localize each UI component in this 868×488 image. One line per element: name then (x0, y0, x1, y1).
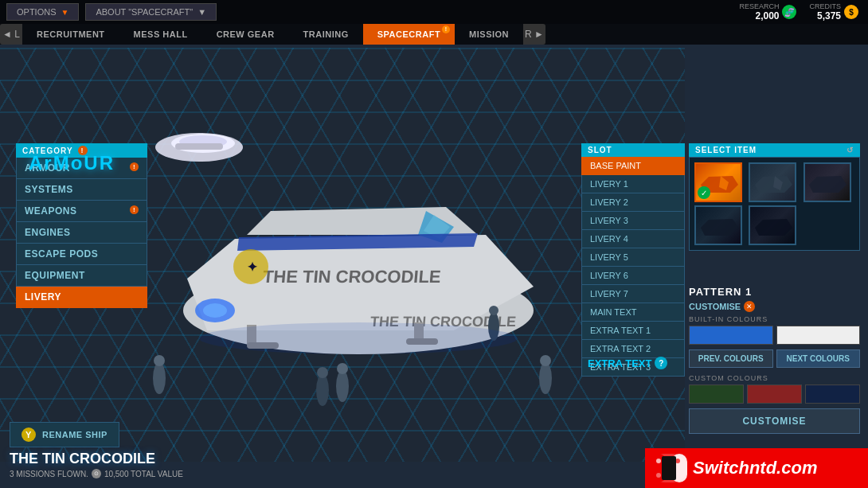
cat-escape-pods[interactable]: ESCAPE PODS (16, 244, 147, 265)
rename-ship-button[interactable]: Y RENAME SHIP (10, 422, 119, 447)
options-button[interactable]: OPTIONS ▼ (6, 3, 79, 21)
slot-base-paint[interactable]: BASE PAINT (581, 157, 685, 175)
customise-big-button[interactable]: CUSTOMISE (689, 408, 860, 434)
svg-point-16 (153, 362, 166, 394)
tab-mess-hall[interactable]: MESS HALL (119, 24, 202, 45)
svg-rect-30 (656, 473, 661, 478)
svg-point-20 (336, 370, 349, 402)
svg-point-23 (540, 355, 551, 366)
swatch-red (747, 385, 802, 404)
rename-ship-label: RENAME SHIP (42, 430, 108, 439)
svg-point-22 (539, 362, 552, 394)
slot-extra-text-1[interactable]: EXTRA TEXT 1 (581, 322, 685, 340)
ship-scene: THE TIN CROCODILE THE TIN CROCODILE ✦ (111, 96, 573, 414)
extra-text-badge: EXTRA TEXT ? (588, 357, 667, 369)
built-in-colours-label: BUILT-IN COLOURS (689, 315, 860, 323)
customise-label: CUSTOMISE (689, 302, 741, 311)
tab-training[interactable]: TRAINING (289, 24, 363, 45)
svg-rect-33 (662, 456, 676, 480)
research-block: RESEARCH 2,000 (739, 2, 779, 21)
credits-value: 5,375 (817, 10, 841, 21)
selected-checkmark: ✓ (698, 186, 710, 199)
resource-area: RESEARCH 2,000 🧬 CREDITS 5,375 $ (739, 2, 858, 21)
slot-livery-5[interactable]: LIVERY 5 (581, 248, 685, 267)
ship-missions: 3 MISSIONS FLOWN. (10, 470, 88, 478)
svg-point-19 (317, 367, 328, 378)
cat-weapons[interactable]: WEAPONS ! (16, 201, 147, 222)
slot-header: SLOT (581, 143, 685, 157)
cat-systems[interactable]: SYSTEMS (16, 179, 147, 201)
svg-rect-29 (656, 459, 661, 463)
items-grid: ✓ (689, 157, 860, 251)
armour-badge: ! (130, 162, 139, 171)
svg-point-11 (203, 303, 227, 318)
colour-buttons: PREV. COLOURS NEXT COLOURS (689, 349, 860, 368)
slot-livery-7[interactable]: LIVERY 7 (581, 285, 685, 303)
item-thumb-2[interactable] (803, 162, 851, 202)
slot-livery-2[interactable]: LIVERY 2 (581, 193, 685, 212)
y-button-icon: Y (22, 427, 36, 442)
customise-row: CUSTOMISE ✕ (689, 301, 860, 312)
svg-rect-4 (175, 143, 223, 150)
nav-tabs: ◄ L RECRUITMENT MESS HALL CREW GEAR TRAI… (0, 24, 868, 45)
nintendo-badge: Switchntd.com (645, 448, 868, 488)
svg-text:✦: ✦ (247, 260, 258, 274)
select-item-label: SELECT ITEM (695, 146, 757, 154)
slot-livery-3[interactable]: LIVERY 3 (581, 212, 685, 230)
pattern-panel: PATTERN 1 CUSTOMISE ✕ BUILT-IN COLOURS P… (689, 283, 860, 434)
credits-resource: CREDITS 5,375 $ (809, 2, 858, 21)
slot-livery-6[interactable]: LIVERY 6 (581, 267, 685, 285)
item-thumb-0[interactable]: ✓ (694, 162, 742, 202)
select-item-panel: SELECT ITEM ↺ ✓ (689, 143, 860, 251)
cat-livery[interactable]: LIVERY (16, 287, 147, 308)
armour-overlay: ArMoUR (29, 152, 115, 174)
pattern-name: PATTERN 1 (689, 283, 860, 301)
swatch-navy (805, 385, 860, 404)
slot-main-text[interactable]: MAIN TEXT (581, 303, 685, 322)
swatch-white (776, 326, 861, 345)
item-thumb-1[interactable] (749, 162, 796, 202)
research-resource: RESEARCH 2,000 🧬 (739, 2, 796, 21)
refresh-icon[interactable]: ↺ (846, 146, 854, 154)
swatch-green (689, 385, 744, 404)
svg-point-17 (154, 355, 165, 366)
tab-spacecraft[interactable]: SPACECRAFT ! (363, 24, 455, 45)
slot-panel: SLOT BASE PAINT LIVERY 1 LIVERY 2 LIVERY… (581, 143, 685, 377)
weapons-badge: ! (130, 205, 139, 214)
tab-mission[interactable]: MISSION (455, 24, 523, 45)
customise-x-icon: ✕ (744, 301, 755, 312)
ship-name: THE TIN CROCODILE (10, 451, 183, 467)
about-arrow-icon: ▼ (197, 7, 206, 17)
svg-point-21 (337, 363, 348, 374)
tab-crew-gear[interactable]: CREW GEAR (202, 24, 289, 45)
top-bar: OPTIONS ▼ ABOUT "SPACECRAFT" ▼ RESEARCH … (0, 0, 868, 24)
swatch-blue (689, 326, 773, 345)
nav-right-arrow[interactable]: R ► (523, 24, 545, 45)
item-thumb-3[interactable] (694, 205, 742, 245)
nintendo-logo (645, 448, 693, 488)
slot-livery-1[interactable]: LIVERY 1 (581, 175, 685, 193)
about-button[interactable]: ABOUT "SPACECRAFT" ▼ (85, 3, 217, 21)
nav-left-arrow[interactable]: ◄ L (0, 24, 22, 45)
cat-engines[interactable]: ENGINES (16, 222, 147, 244)
next-colours-button[interactable]: NEXT COLOURS (776, 349, 861, 368)
custom-colours-label: CUSTOM COLOURS (689, 374, 860, 382)
ship-info: Y RENAME SHIP THE TIN CROCODILE 3 MISSIO… (10, 422, 183, 478)
credits-block: CREDITS 5,375 (809, 2, 841, 21)
nintendo-text: Switchntd.com (693, 458, 817, 478)
research-icon: 🧬 (782, 5, 796, 19)
built-in-swatches (689, 326, 860, 345)
research-label: RESEARCH (739, 2, 779, 10)
prev-colours-button[interactable]: PREV. COLOURS (689, 349, 773, 368)
extra-text-question-icon: ? (655, 357, 667, 369)
extra-text-label: EXTRA TEXT (588, 357, 651, 369)
cat-equipment[interactable]: EQUIPMENT (16, 265, 147, 287)
mission-icon: ⊙ (92, 469, 101, 478)
slot-livery-4[interactable]: LIVERY 4 (581, 230, 685, 248)
slot-extra-text-2[interactable]: EXTRA TEXT 2 (581, 340, 685, 358)
spacecraft-badge: ! (442, 25, 450, 33)
item-thumb-4[interactable] (749, 205, 796, 245)
tab-recruitment[interactable]: RECRUITMENT (22, 24, 119, 45)
ship-stats: 3 MISSIONS FLOWN. ⊙ 10,500 TOTAL VALUE (10, 469, 183, 478)
select-item-header: SELECT ITEM ↺ (689, 143, 860, 157)
